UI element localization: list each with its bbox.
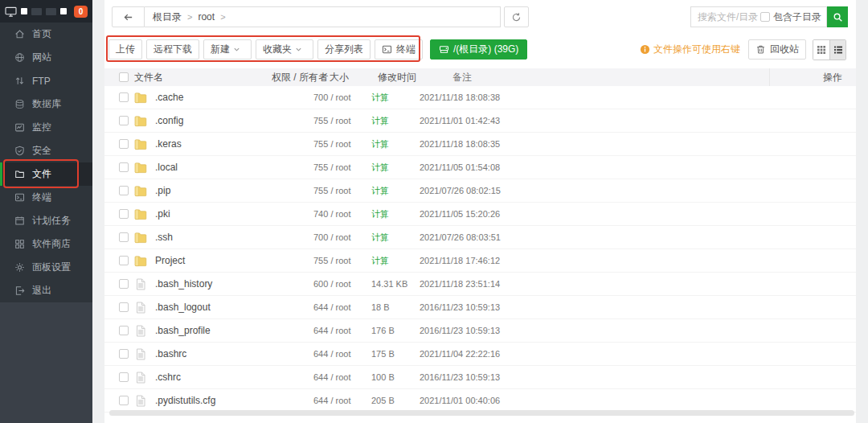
row-checkbox[interactable]: [119, 326, 129, 335]
file-modified-time: 2021/11/05 15:20:26: [420, 209, 494, 219]
row-checkbox[interactable]: [119, 372, 129, 382]
row-checkbox[interactable]: [119, 92, 129, 102]
table-row: .pki 740 / root 计算 2021/11/05 15:20:26: [104, 203, 856, 226]
row-checkbox[interactable]: [119, 396, 129, 405]
row-checkbox[interactable]: [119, 116, 129, 125]
trash-icon: [755, 44, 766, 55]
search-button[interactable]: [827, 6, 848, 27]
sidebar-item[interactable]: 数据库: [0, 92, 92, 116]
include-subdir-checkbox[interactable]: [760, 12, 770, 22]
grid-view-button[interactable]: [813, 40, 829, 60]
toolbar-button[interactable]: 分享列表: [317, 39, 371, 60]
toolbar-button[interactable]: 收藏夹: [256, 39, 313, 60]
toolbar-button[interactable]: 上传: [108, 39, 142, 60]
table-row: .pydistutils.cfg 644 / root 205 B 2021/1…: [104, 389, 856, 413]
file-size[interactable]: 计算: [371, 232, 420, 244]
row-checkbox[interactable]: [119, 256, 129, 265]
database-icon: [14, 99, 25, 109]
file-name[interactable]: .bashrc: [155, 348, 313, 359]
file-manager-panel: 根目录 > root > 包含子目录: [104, 0, 856, 423]
folder-icon: [134, 92, 147, 104]
row-checkbox[interactable]: [119, 302, 129, 312]
horizontal-scrollbar[interactable]: [109, 410, 854, 416]
refresh-button[interactable]: [504, 6, 529, 27]
table-row: .config 755 / root 计算 2021/11/01 01:42:4…: [104, 109, 856, 133]
sidebar-item[interactable]: 网站: [0, 46, 92, 69]
file-name[interactable]: .pydistutils.cfg: [155, 395, 313, 406]
breadcrumb-separator: >: [220, 12, 225, 22]
sidebar-item[interactable]: 退出: [0, 279, 92, 302]
sidebar-item[interactable]: 安全: [0, 139, 92, 162]
search-input[interactable]: [698, 11, 760, 23]
row-checkbox[interactable]: [119, 162, 129, 172]
back-button[interactable]: [112, 6, 145, 27]
file-size[interactable]: 计算: [371, 208, 420, 220]
file-icon: [134, 302, 147, 314]
recycle-bin-button[interactable]: 回收站: [748, 39, 806, 60]
header-action: 操作: [769, 68, 856, 86]
file-size[interactable]: 计算: [371, 255, 420, 267]
file-name[interactable]: .bash_logout: [155, 302, 313, 313]
sidebar-item[interactable]: 监控: [0, 116, 92, 139]
search-icon: [833, 12, 843, 23]
file-name[interactable]: .pip: [155, 185, 313, 196]
file-name[interactable]: .pki: [155, 208, 313, 220]
table-row: .cshrc 644 / root 100 B 2016/11/23 10:59…: [104, 366, 856, 389]
sidebar-item-label: 面板设置: [32, 261, 71, 274]
file-size[interactable]: 计算: [371, 92, 420, 104]
row-checkbox[interactable]: [119, 139, 129, 149]
breadcrumb-item[interactable]: root: [198, 11, 215, 23]
file-size[interactable]: 计算: [371, 138, 420, 150]
message-count-badge[interactable]: 0: [74, 6, 88, 18]
breadcrumb[interactable]: 根目录 > root >: [145, 6, 501, 27]
search-area: 包含子目录: [690, 6, 848, 27]
file-name[interactable]: .config: [155, 115, 313, 126]
toolbar-button[interactable]: 新建: [203, 39, 252, 60]
table-row: .ssh 700 / root 计算 2021/07/26 08:03:51: [104, 226, 856, 249]
file-name[interactable]: .cshrc: [155, 372, 313, 383]
file-name[interactable]: .bash_profile: [155, 325, 313, 336]
monitor-chart-icon: [14, 122, 25, 133]
file-name[interactable]: .keras: [155, 138, 313, 150]
folder-icon: [134, 255, 147, 267]
sidebar-item[interactable]: 首页: [0, 23, 92, 46]
file-name[interactable]: .cache: [155, 92, 313, 103]
file-permission-owner: 755 / root: [313, 256, 371, 265]
sidebar-item[interactable]: 计划任务: [0, 209, 92, 232]
sidebar-item[interactable]: 终端: [0, 186, 92, 209]
breadcrumb-item[interactable]: 根目录: [153, 10, 182, 24]
sidebar-item[interactable]: 文件: [0, 162, 92, 186]
sidebar: 0 首页 网站 FTP 数据库 监控: [0, 0, 92, 423]
row-checkbox[interactable]: [119, 232, 129, 242]
file-name[interactable]: .ssh: [155, 232, 313, 243]
sidebar-item-label: 退出: [32, 284, 51, 298]
file-name[interactable]: .local: [155, 162, 313, 173]
row-checkbox[interactable]: [119, 279, 129, 289]
toolbar-button[interactable]: 终端: [375, 39, 423, 60]
row-checkbox[interactable]: [119, 186, 129, 195]
breadcrumb-separator: >: [187, 12, 192, 22]
table-row: .bash_history 600 / root 14.31 KB 2021/1…: [104, 273, 856, 296]
file-modified-time: 2021/11/18 18:08:38: [420, 92, 494, 102]
folder-icon: [134, 115, 147, 127]
sidebar-item[interactable]: 软件商店: [0, 232, 92, 256]
row-checkbox[interactable]: [119, 349, 129, 359]
disk-root-button[interactable]: /(根目录) (39G): [430, 39, 527, 60]
folder-icon: [14, 169, 25, 179]
list-view-button[interactable]: [829, 40, 845, 60]
file-name[interactable]: .bash_history: [155, 278, 313, 290]
file-name[interactable]: Project: [155, 255, 313, 266]
refresh-icon: [511, 12, 522, 23]
row-checkbox[interactable]: [119, 209, 129, 219]
include-subdir-label[interactable]: 包含子目录: [773, 10, 821, 24]
toolbar-button[interactable]: 远程下载: [146, 39, 199, 60]
file-permission-owner: 755 / root: [313, 162, 371, 172]
sidebar-item[interactable]: 面板设置: [0, 256, 92, 279]
sidebar-item[interactable]: FTP: [0, 69, 92, 92]
file-size[interactable]: 计算: [371, 115, 420, 127]
file-size[interactable]: 计算: [371, 162, 420, 174]
file-size: 14.31 KB: [371, 279, 420, 289]
file-modified-time: 2021/11/01 01:42:43: [420, 116, 494, 125]
logout-icon: [14, 285, 25, 296]
file-size[interactable]: 计算: [371, 185, 420, 197]
